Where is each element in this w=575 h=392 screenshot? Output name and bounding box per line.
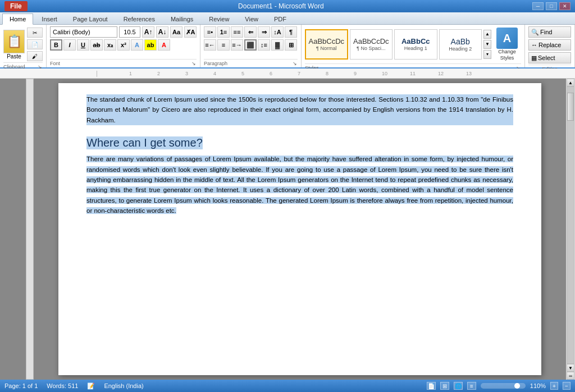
tab-home[interactable]: Home — [2, 13, 33, 25]
document-page: The standard chunk of Lorem Ipsum used s… — [58, 83, 541, 375]
italic-btn[interactable]: I — [63, 39, 76, 51]
tab-mailings[interactable]: Mailings — [163, 13, 200, 24]
page-status: Page: 1 of 1 — [4, 382, 38, 389]
replace-icon: ↔ — [531, 42, 537, 48]
style-heading1-preview: AaBbCc — [401, 37, 430, 45]
increase-font-btn[interactable]: A↑ — [142, 26, 154, 38]
select-icon: ▦ — [531, 54, 537, 62]
styles-scroll: ▲ ▼ ▾ — [483, 30, 491, 59]
close-btn[interactable]: ✕ — [559, 2, 571, 10]
style-heading1[interactable]: AaBbCc Heading 1 — [394, 29, 437, 60]
font-name-input[interactable] — [50, 26, 117, 38]
highlight-btn[interactable]: ab — [144, 39, 157, 51]
view-normal-btn[interactable]: 📄 — [427, 382, 436, 390]
style-no-spacing[interactable]: AaBbCcDc ¶ No Spaci... — [350, 29, 393, 60]
clear-format-btn[interactable]: ✗A — [184, 26, 197, 38]
styles-group: AaBbCcDc ¶ Normal AaBbCcDc ¶ No Spaci...… — [302, 25, 525, 67]
decrease-indent-btn[interactable]: ⇐ — [244, 26, 257, 38]
tab-insert[interactable]: Insert — [34, 13, 65, 24]
styles-scroll-down[interactable]: ▼ — [483, 40, 491, 49]
multilevel-btn[interactable]: ≡≡ — [231, 26, 243, 38]
zoom-slider[interactable] — [481, 383, 526, 389]
restore-btn[interactable]: □ — [546, 2, 557, 10]
style-heading2-label: Heading 2 — [449, 46, 472, 52]
heading-where[interactable]: Where can I get some? — [86, 136, 203, 149]
zoom-out-btn[interactable]: − — [563, 382, 571, 390]
view-layout-btn[interactable]: ⊞ — [440, 382, 449, 390]
main-area: The standard chunk of Lorem Ipsum used s… — [0, 79, 575, 380]
numbering-btn[interactable]: 1≡ — [217, 26, 230, 38]
change-styles-label: Change Styles — [495, 49, 519, 61]
font-row-1: A↑ A↓ Aа ✗A — [50, 26, 197, 38]
show-hide-btn[interactable]: ¶ — [285, 26, 297, 38]
style-normal-preview: AaBbCcDc — [308, 37, 344, 45]
format-painter-button[interactable]: 🖌 — [27, 51, 43, 61]
font-size-input[interactable] — [119, 26, 140, 38]
bullets-btn[interactable]: ≡• — [204, 26, 216, 38]
align-right-btn[interactable]: ≡→ — [231, 39, 243, 51]
words-status: Words: 511 — [47, 382, 78, 389]
minimize-btn[interactable]: ─ — [532, 2, 544, 10]
justify-btn[interactable]: ⬛ — [244, 39, 257, 51]
change-case-btn[interactable]: Aа — [170, 26, 182, 38]
tab-pdf[interactable]: PDF — [267, 13, 294, 24]
decrease-font-btn[interactable]: A↓ — [156, 26, 168, 38]
subscript-btn[interactable]: x₂ — [104, 39, 116, 51]
tab-page-layout[interactable]: Page Layout — [66, 13, 115, 24]
cut-button[interactable]: ✂ — [27, 28, 43, 38]
borders-btn[interactable]: ⊞ — [285, 39, 297, 51]
style-normal[interactable]: AaBbCcDc ¶ Normal — [305, 29, 348, 60]
tab-review[interactable]: Review — [202, 13, 236, 24]
zoom-area: 📄 ⊞ 🌐 ≡ 110% + − — [427, 382, 571, 390]
select-button[interactable]: ▦ Select — [528, 52, 571, 63]
styles-scroll-more[interactable]: ▾ — [483, 50, 491, 59]
style-heading2[interactable]: AaBb Heading 2 — [439, 29, 482, 60]
styles-scroll-up[interactable]: ▲ — [483, 30, 491, 39]
align-center-btn[interactable]: ≡ — [217, 39, 230, 51]
status-bar: Page: 1 of 1 Words: 511 📝 English (India… — [0, 380, 575, 392]
scroll-track[interactable] — [567, 86, 574, 364]
tab-references[interactable]: References — [116, 13, 162, 24]
text-effect-btn[interactable]: A — [131, 39, 143, 51]
font-label: Font↘ — [50, 59, 197, 67]
scroll-up-arrow[interactable]: ▲ — [567, 79, 574, 86]
file-tab[interactable]: File — [4, 1, 28, 11]
view-web-btn[interactable]: 🌐 — [454, 382, 463, 390]
font-expander[interactable]: ↘ — [191, 61, 197, 66]
para-row-2: ≡← ≡ ≡→ ⬛ ↕≡ ▓ ⊞ — [204, 39, 297, 51]
sort-btn[interactable]: ↕A — [271, 26, 284, 38]
superscript-btn[interactable]: x² — [117, 39, 130, 51]
scroll-split-btn[interactable]: ═ — [567, 372, 574, 380]
increase-indent-btn[interactable]: ⇒ — [258, 26, 270, 38]
font-group: A↑ A↓ Aа ✗A B I U ab x₂ x² A ab A Font↘ — [47, 25, 200, 67]
scroll-down-arrow[interactable]: ▼ — [567, 364, 574, 372]
tab-view[interactable]: View — [238, 13, 266, 24]
ribbon-tabs: Home Insert Page Layout References Maili… — [0, 12, 575, 25]
zoom-level: 110% — [530, 382, 546, 389]
align-left-btn[interactable]: ≡← — [204, 39, 216, 51]
replace-button[interactable]: ↔ Replace — [528, 39, 571, 51]
shading-btn[interactable]: ▓ — [271, 39, 284, 51]
window-controls: ─ □ ✕ — [532, 2, 571, 10]
strikethrough-btn[interactable]: ab — [90, 39, 103, 51]
find-button[interactable]: 🔍 Find — [528, 26, 571, 38]
change-styles-button[interactable]: A Change Styles — [493, 26, 521, 62]
style-heading1-label: Heading 1 — [404, 45, 427, 51]
line-spacing-btn[interactable]: ↕≡ — [258, 39, 270, 51]
editing-group: 🔍 Find ↔ Replace ▦ Select Editing — [525, 25, 575, 67]
zoom-in-btn[interactable]: + — [550, 382, 558, 390]
underline-btn[interactable]: U — [77, 39, 89, 51]
paragraph-expander[interactable]: ↘ — [292, 61, 298, 66]
paste-button[interactable]: 📋 Paste — [3, 30, 25, 60]
copy-button[interactable]: 📄 — [27, 39, 43, 49]
window-title: Document1 - Microsoft Word — [30, 2, 532, 10]
paragraph-2[interactable]: There are many variations of passages of… — [86, 154, 513, 216]
font-color-btn[interactable]: A — [158, 39, 170, 51]
scroll-thumb[interactable] — [567, 93, 574, 121]
paragraph-1[interactable]: The standard chunk of Lorem Ipsum used s… — [86, 94, 513, 125]
bold-btn[interactable]: B — [50, 39, 62, 51]
paragraph-2-selected: There are many variations of passages of… — [86, 156, 513, 214]
paragraph-group: ≡• 1≡ ≡≡ ⇐ ⇒ ↕A ¶ ≡← ≡ ≡→ ⬛ ↕≡ ▓ ⊞ Parag… — [200, 25, 302, 67]
view-outline-btn[interactable]: ≡ — [467, 382, 476, 390]
style-no-spacing-label: ¶ No Spaci... — [357, 45, 385, 51]
